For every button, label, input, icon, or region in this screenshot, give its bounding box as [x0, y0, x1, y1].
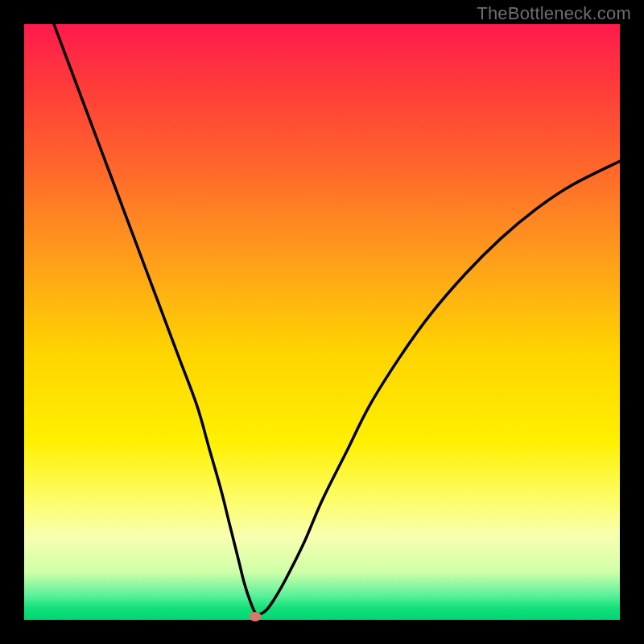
- chart-frame: TheBottleneck.com: [0, 0, 644, 644]
- watermark-text: TheBottleneck.com: [477, 3, 631, 24]
- bottleneck-curve: [54, 24, 620, 614]
- curve-svg: [24, 24, 620, 620]
- optimum-marker: [250, 612, 262, 621]
- plot-area: [24, 24, 620, 620]
